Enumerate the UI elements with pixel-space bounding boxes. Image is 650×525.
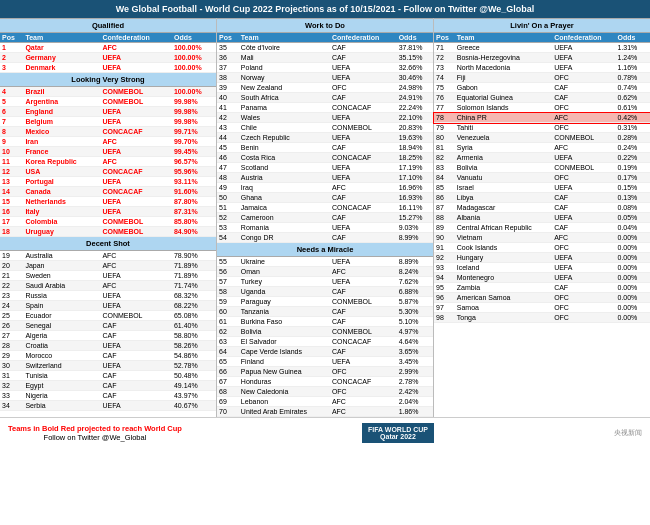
conf-cell: UEFA xyxy=(330,257,397,267)
table-row: 54 Congo DR CAF 8.99% xyxy=(217,233,433,243)
pos-cell: 75 xyxy=(434,83,455,93)
footer-content: Teams in Bold Red projected to reach Wor… xyxy=(3,421,647,445)
odds-cell: 6.88% xyxy=(397,287,433,297)
team-cell: Canada xyxy=(23,187,100,197)
table-row: 62 Bolivia CONMEBOL 4.97% xyxy=(217,327,433,337)
pos-cell: 18 xyxy=(0,227,23,237)
odds-cell: 95.96% xyxy=(172,167,216,177)
conf-cell: CAF xyxy=(330,53,397,63)
odds-cell: 0.00% xyxy=(616,243,651,253)
conf-cell: CAF xyxy=(552,283,615,293)
odds-cell: 99.71% xyxy=(172,127,216,137)
conf-cell: CAF xyxy=(330,233,397,243)
odds-cell: 18.25% xyxy=(397,153,433,163)
pos-cell: 9 xyxy=(0,137,23,147)
conf-cell: UEFA xyxy=(100,361,172,371)
table-row: 72 Bosnia-Herzegovina UEFA 1.24% xyxy=(434,53,650,63)
table-row: 31 Tunisia CAF 50.48% xyxy=(0,371,216,381)
odds-cell: 68.22% xyxy=(172,301,216,311)
conf-cell: CAF xyxy=(330,307,397,317)
table-row: 15 Netherlands UEFA 87.80% xyxy=(0,197,216,207)
conf-cell: UEFA xyxy=(100,197,172,207)
odds-cell: 71.89% xyxy=(172,261,216,271)
team-cell: Zambia xyxy=(455,283,552,293)
conf-cell: UEFA xyxy=(100,107,172,117)
team-cell: Panama xyxy=(239,103,330,113)
team-cell: Albania xyxy=(455,213,552,223)
odds-cell: 1.31% xyxy=(616,43,651,53)
team-cell: Cook Islands xyxy=(455,243,552,253)
pos-cell: 61 xyxy=(217,317,239,327)
pos-cell: 17 xyxy=(0,217,23,227)
table-row: 8 Mexico CONCACAF 99.71% xyxy=(0,127,216,137)
odds-cell: 58.26% xyxy=(172,341,216,351)
team-cell: Libya xyxy=(455,193,552,203)
conf-cell: CAF xyxy=(100,321,172,331)
team-cell: Cape Verde Islands xyxy=(239,347,330,357)
conf-cell: UEFA xyxy=(330,223,397,233)
odds-cell: 68.32% xyxy=(172,291,216,301)
pos-cell: 21 xyxy=(0,271,23,281)
pos-cell: 24 xyxy=(0,301,23,311)
team-cell: Bolivia xyxy=(455,163,552,173)
pos-cell: 52 xyxy=(217,213,239,223)
conf-cell: AFC xyxy=(100,281,172,291)
conf-cell: CONCACAF xyxy=(330,337,397,347)
team-cell: China PR xyxy=(455,113,552,123)
conf-cell: AFC xyxy=(100,43,172,53)
pos-cell: 38 xyxy=(217,73,239,83)
table-row: 98 Tonga OFC 0.00% xyxy=(434,313,650,323)
table-row: 92 Hungary UEFA 0.00% xyxy=(434,253,650,263)
table-row: 16 Italy UEFA 87.31% xyxy=(0,207,216,217)
pos-cell: 84 xyxy=(434,173,455,183)
pos-cell: 11 xyxy=(0,157,23,167)
conf-cell: AFC xyxy=(552,113,615,123)
table-row: 26 Senegal CAF 61.40% xyxy=(0,321,216,331)
odds-cell: 0.04% xyxy=(616,223,651,233)
odds-cell: 52.78% xyxy=(172,361,216,371)
pos-cell: 54 xyxy=(217,233,239,243)
pos-cell: 43 xyxy=(217,123,239,133)
pos-cell: 71 xyxy=(434,43,455,53)
table-row: 49 Iraq AFC 16.96% xyxy=(217,183,433,193)
odds-cell: 3.65% xyxy=(397,347,433,357)
table-row: 21 Sweden UEFA 71.89% xyxy=(0,271,216,281)
pos-cell: 2 xyxy=(0,53,23,63)
conf-cell: UEFA xyxy=(100,401,172,411)
pos-cell: 39 xyxy=(217,83,239,93)
conf-cell: OFC xyxy=(552,73,615,83)
pos-cell: 69 xyxy=(217,397,239,407)
bold-red-note: Teams in Bold Red projected to reach Wor… xyxy=(8,424,182,433)
table-row: 38 Norway UEFA 30.46% xyxy=(217,73,433,83)
team-cell: Solomon Islands xyxy=(455,103,552,113)
col-pos-q: Pos xyxy=(0,33,23,43)
pos-cell: 97 xyxy=(434,303,455,313)
odds-cell: 5.10% xyxy=(397,317,433,327)
odds-cell: 1.24% xyxy=(616,53,651,63)
odds-cell: 100.00% xyxy=(172,53,216,63)
livin-header: Livin' On a Prayer xyxy=(434,18,650,33)
conf-cell: CONMEBOL xyxy=(100,217,172,227)
pos-cell: 3 xyxy=(0,63,23,73)
conf-cell: CONMEBOL xyxy=(330,123,397,133)
table-row: 52 Cameroon CAF 15.27% xyxy=(217,213,433,223)
pos-cell: 96 xyxy=(434,293,455,303)
team-cell: Czech Republic xyxy=(239,133,330,143)
conf-cell: CAF xyxy=(552,223,615,233)
conf-cell: OFC xyxy=(552,173,615,183)
conf-cell: UEFA xyxy=(100,147,172,157)
team-cell: Tunisia xyxy=(23,371,100,381)
table-row: 91 Cook Islands OFC 0.00% xyxy=(434,243,650,253)
odds-cell: 1.86% xyxy=(397,407,433,417)
team-cell: Israel xyxy=(455,183,552,193)
table-row: 22 Saudi Arabia AFC 71.74% xyxy=(0,281,216,291)
pos-cell: 28 xyxy=(0,341,23,351)
fifa-logo: FIFA WORLD CUP Qatar 2022 xyxy=(362,423,434,443)
pos-cell: 16 xyxy=(0,207,23,217)
odds-cell: 37.81% xyxy=(397,43,433,53)
conf-cell: AFC xyxy=(100,251,172,261)
team-cell: Egypt xyxy=(23,381,100,391)
table-row: 13 Portugal UEFA 93.11% xyxy=(0,177,216,187)
table-row: 19 Australia AFC 78.90% xyxy=(0,251,216,261)
table-row: 34 Serbia UEFA 40.67% xyxy=(0,401,216,411)
